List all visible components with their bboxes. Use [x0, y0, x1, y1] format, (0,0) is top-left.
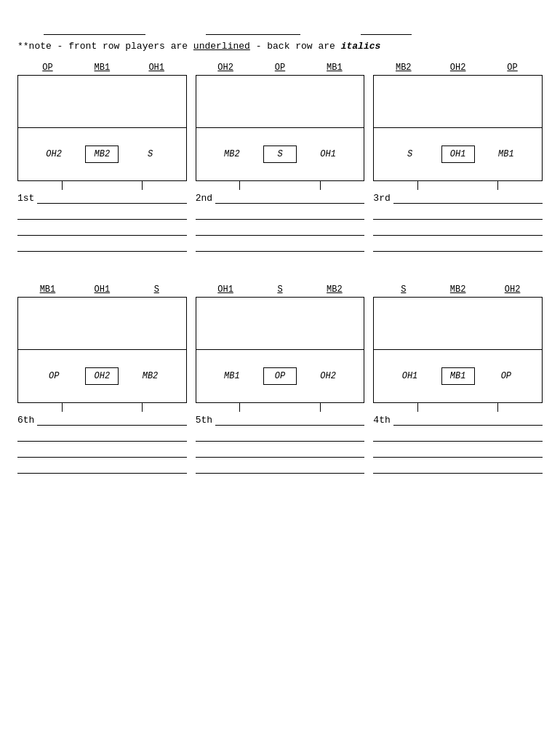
front-pos-r6-2: S	[129, 284, 184, 295]
back-right-r6: MB2	[119, 371, 181, 381]
court-top-r2	[196, 76, 364, 128]
rotation-r6: MB1OH1SOPOH2MB26th	[17, 282, 187, 478]
court-top-r1	[18, 76, 186, 128]
back-left-r3: S	[378, 149, 441, 159]
court-r1: OH2MB2S	[17, 75, 187, 181]
back-mid-r5: OP	[263, 367, 297, 385]
date-line	[361, 23, 412, 35]
back-right-r2: OH1	[297, 149, 359, 159]
extra-line-r5-0	[196, 430, 365, 442]
extra-line-r1-2	[17, 240, 187, 252]
rotation-label-r2: 2nd	[196, 193, 212, 204]
label-line-r5: 5th	[196, 415, 365, 426]
legs-r4	[373, 403, 543, 412]
extra-line-r3-2	[373, 240, 543, 252]
extra-lines-r2	[196, 208, 365, 256]
label-line-r1: 1st	[17, 193, 187, 204]
court-bottom-r1: OH2MB2S	[18, 128, 186, 180]
rotation-label-r1: 1st	[17, 193, 34, 204]
extra-line-r2-0	[196, 208, 365, 220]
extra-line-r4-0	[373, 430, 543, 442]
leg-r5-0	[239, 403, 240, 412]
back-mid-r1: MB2	[85, 146, 119, 163]
extra-line-r6-1	[17, 446, 187, 458]
leg-r5-1	[320, 403, 321, 412]
front-labels-r4: SMB2OH2	[373, 282, 543, 297]
leg-r2-1	[320, 181, 321, 190]
front-pos-r2-1: OP	[253, 63, 308, 73]
rotation-label-r3: 3rd	[373, 193, 390, 204]
extra-line-r2-1	[196, 224, 365, 236]
extra-line-r3-1	[373, 224, 543, 236]
back-mid-r6: OH2	[85, 367, 119, 385]
front-labels-r6: MB1OH1S	[17, 282, 187, 297]
front-pos-r5-1: S	[253, 284, 308, 295]
front-pos-r6-0: MB1	[20, 284, 75, 295]
rotations-top-grid: OPMB1OH1OH2MB2S1stOH2OPMB1MB2SOH12ndMB2O…	[17, 60, 543, 256]
extra-line-r1-1	[17, 224, 187, 236]
court-bottom-r6: OPOH2MB2	[18, 350, 186, 402]
rotation-r1: OPMB1OH1OH2MB2S1st	[17, 60, 187, 256]
court-r5: MB1OPOH2	[196, 297, 365, 403]
court-r4: OH1MB1OP	[373, 297, 543, 403]
front-labels-r3: MB2OH2OP	[373, 60, 543, 75]
front-labels-r2: OH2OPMB1	[196, 60, 365, 75]
extra-lines-r5	[196, 430, 365, 478]
court-r2: MB2SOH1	[196, 75, 365, 181]
court-top-r4	[374, 298, 542, 350]
leg-r4-1	[497, 403, 498, 412]
back-left-r4: OH1	[378, 371, 441, 381]
legs-r5	[196, 403, 365, 412]
note-line: **note - front row players are underline…	[17, 41, 543, 52]
label-fill-r3	[393, 203, 543, 204]
back-mid-r3: OH1	[441, 146, 475, 163]
back-right-r5: OH2	[297, 371, 359, 381]
back-left-r1: OH2	[23, 149, 85, 159]
leg-r6-1	[142, 403, 143, 412]
back-left-r5: MB1	[201, 371, 263, 381]
back-right-r3: MB1	[475, 149, 537, 159]
court-bottom-r2: MB2SOH1	[196, 128, 364, 180]
extra-lines-r1	[17, 208, 187, 256]
front-pos-r1-0: OP	[20, 63, 75, 73]
extra-line-r4-1	[373, 446, 543, 458]
legs-r2	[196, 181, 365, 190]
front-pos-r4-1: MB2	[431, 284, 485, 295]
front-pos-r6-1: OH1	[75, 284, 129, 295]
front-pos-r2-0: OH2	[199, 63, 253, 73]
court-r6: OPOH2MB2	[17, 297, 187, 403]
rotations-bottom-grid: MB1OH1SOPOH2MB26thOH1SMB2MB1OPOH25thSMB2…	[17, 282, 543, 478]
back-right-r4: OP	[475, 371, 537, 381]
legs-r6	[17, 403, 187, 412]
front-labels-r1: OPMB1OH1	[17, 60, 187, 75]
label-fill-r4	[393, 425, 543, 426]
location-line	[206, 23, 300, 35]
rotation-r4: SMB2OH2OH1MB1OP4th	[373, 282, 543, 478]
court-top-r3	[374, 76, 542, 128]
extra-line-r1-0	[17, 208, 187, 220]
back-left-r2: MB2	[201, 149, 263, 159]
label-fill-r1	[37, 203, 186, 204]
court-top-r6	[18, 298, 186, 350]
extra-line-r3-0	[373, 208, 543, 220]
extra-lines-r6	[17, 430, 187, 478]
front-pos-r4-2: OH2	[485, 284, 540, 295]
extra-lines-r4	[373, 430, 543, 478]
front-pos-r2-2: MB1	[307, 63, 361, 73]
court-bottom-r3: SOH1MB1	[374, 128, 542, 180]
label-line-r3: 3rd	[373, 193, 543, 204]
extra-lines-r3	[373, 208, 543, 256]
leg-r3-0	[417, 181, 418, 190]
back-left-r6: OP	[23, 371, 85, 381]
label-fill-r2	[215, 203, 364, 204]
rotation-r3: MB2OH2OPSOH1MB13rd	[373, 60, 543, 256]
front-pos-r1-1: MB1	[75, 63, 129, 73]
front-pos-r3-1: OH2	[431, 63, 485, 73]
label-fill-r6	[37, 425, 186, 426]
front-pos-r1-2: OH1	[129, 63, 184, 73]
extra-line-r6-2	[17, 462, 187, 474]
extra-line-r2-2	[196, 240, 365, 252]
leg-r1-1	[142, 181, 143, 190]
label-fill-r5	[215, 425, 364, 426]
front-pos-r3-2: OP	[485, 63, 540, 73]
